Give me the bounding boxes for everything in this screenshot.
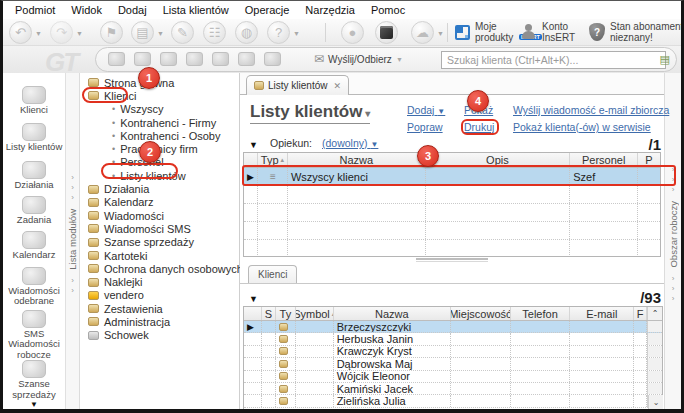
tree-item-szanse-sprzedazy[interactable]: Szanse sprzedaży [80,236,239,249]
tree-item-kontrahenci-firmy[interactable]: •Kontrahenci - Firmy [80,116,239,129]
tree-item-wiadomosci-sms[interactable]: Wiadomości SMS [80,222,239,235]
moje-produkty-button[interactable]: Moje produkty [455,21,523,43]
sidebar-item-kalendarz[interactable]: Kalendarz [3,231,65,266]
cell-ty [276,321,296,332]
sidebar-item-dzialania[interactable]: Działania [3,161,65,196]
menu-operacje[interactable]: Operacje [237,4,298,16]
menu-widok[interactable]: Widok [63,4,110,16]
menu-podmiot[interactable]: Podmiot [7,4,63,16]
tree-item-ochrona-danych[interactable]: Ochrona danych osobowych [80,262,239,275]
pokaz-w-serwisie-link[interactable]: Pokaż klienta(-ów) w serwisie [513,121,651,133]
title-dropdown-icon[interactable]: ▾ [362,108,370,119]
tree-item-wszyscy[interactable]: •Wszyscy [80,103,239,116]
tab-klienci[interactable]: Klienci [248,265,297,283]
client-row[interactable]: ▶Brzęczyszczyki [244,321,662,333]
vendero-icon [88,291,99,300]
edit-button[interactable]: ✎ [171,21,194,44]
new-document-dropdown-icon[interactable]: ▼ [157,30,164,37]
menu-narzedzia[interactable]: Narzędzia [297,4,363,16]
person-add-icon[interactable] [160,52,177,66]
tree-item-wiadomosci[interactable]: Wiadomości [80,209,239,222]
tree-item-kontrahenci-osoby[interactable]: •Kontrahenci - Osoby [80,129,239,142]
list-view-icon[interactable]: ▤ [660,53,670,66]
col-nazwa[interactable]: Nazwa [334,307,451,320]
dodaj-link[interactable]: Dodaj ▼ [407,104,445,116]
wyslij-odbierz-button[interactable]: ✉ Wyślij/Odbierz ▼ [314,52,403,66]
modules-strip[interactable]: › › › Lista modułów › › [66,73,80,409]
filter-collapse-icon[interactable]: ▼ [249,140,258,150]
sidebar-item-klienci[interactable]: Klienci [3,86,65,123]
col-email[interactable]: E-mail [570,307,634,320]
sidebar-item-szanse-sprzedazy[interactable]: Szanse sprzedaży [3,360,65,400]
cell-f [634,395,647,406]
note-icon[interactable] [212,52,229,66]
col-s[interactable]: S [262,307,276,320]
menu-pomoc[interactable]: Pomoc [363,4,413,16]
tree-item-vendero[interactable]: vendero [80,289,239,302]
back-button[interactable]: ↶ [9,21,32,44]
splitter-handle[interactable] [416,258,488,262]
sidebar-item-wiadomosci-odebrane[interactable]: Wiadomości odebrane [3,267,65,310]
cell-email [570,371,634,382]
col-miejscowosc[interactable]: Miejscowość [451,307,511,320]
popraw-link[interactable]: Popraw [407,121,443,133]
opiekun-value-link[interactable]: (dowolny) ▼ [322,137,378,149]
tree-item-kartoteki[interactable]: Kartoteki [80,249,239,262]
eraser-icon[interactable] [264,52,281,66]
email-zbiorcza-link[interactable]: Wyślij wiadomość e-mail zbiorcza [513,104,669,116]
stan-abonamentu-button[interactable]: ? Stan abonamentu nieznany! [589,21,684,43]
tree-item-zestawienia[interactable]: Zestawienia [80,302,239,315]
client-row[interactable]: Herbuska Janin [244,333,662,345]
client-row[interactable]: Kamiński Jacek [244,383,662,395]
cell-ty [276,346,296,357]
globe-button[interactable]: ◍ [235,21,258,44]
sidebar-more-icon[interactable]: ▼ [30,400,38,409]
tree-item-schowek[interactable]: Schowek [80,329,239,342]
help-dropdown-icon[interactable]: ▼ [293,30,300,37]
sidebar-item-sms-robocze[interactable]: SMS Wiadomości robocze [3,310,65,361]
back-dropdown-icon[interactable]: ▼ [35,30,42,37]
mail-icon[interactable] [186,52,203,66]
col-ty[interactable]: Ty [276,307,296,320]
menu-dodaj[interactable]: Dodaj [110,4,155,16]
annotation-outline-selected-row [242,165,676,186]
inbox-icon [22,267,46,285]
forward-dropdown-icon[interactable]: ▼ [76,30,83,37]
stamp-button[interactable]: ☷ [203,21,226,44]
toolbar-secondary: ✉ Wyślij/Odbierz ▼ Szukaj klienta (Ctrl+… [3,46,681,73]
flag-button[interactable]: ⚑ [100,21,123,44]
forward-button[interactable]: ↷ [50,21,73,44]
web-services-button[interactable]: ● [341,21,364,44]
client-row[interactable]: Zielińska Julia [244,395,662,407]
col-telefon[interactable]: Telefon [511,307,571,320]
col-f[interactable]: F [634,307,647,320]
tree-item-kalendarz[interactable]: Kalendarz [80,196,239,209]
cloud-dropdown-icon[interactable]: ▼ [437,30,444,37]
search-input[interactable]: Szukaj klienta (Ctrl+Alt+K)... [441,51,666,69]
col-symbol[interactable]: Symbol▴ [296,307,334,320]
sidebar-item-zadania[interactable]: Zadania [3,196,65,231]
client-row[interactable]: Wójcik Eleonor [244,371,662,383]
tree-item-administracja[interactable]: Administracja [80,315,239,328]
tab-listy-klientow[interactable]: Listy klientów ✕ [246,75,349,95]
sidebar-item-listy-klientow[interactable]: Listy klientów [3,123,65,160]
tree-item-dzialania[interactable]: Działania [80,182,239,195]
new-document-button[interactable]: ▤ [131,21,154,44]
link-icon[interactable] [238,52,255,66]
tree-item-naklejki[interactable]: Naklejki [80,275,239,288]
cloud-button[interactable]: ☁ [411,21,434,44]
menu-lista-klientow[interactable]: Lista klientów [155,4,237,16]
workspace-strip[interactable]: › › › Obszar roboczy › › › [664,73,681,409]
close-icon[interactable]: ✕ [333,81,341,91]
help-button[interactable]: ? [267,21,290,44]
person-icon[interactable] [134,52,151,66]
client-row[interactable]: Krawczyk Kryst [244,346,662,358]
client-row[interactable]: Dąbrowska Maj [244,358,662,370]
scroll-down-icon[interactable]: ⌄ [648,395,663,409]
chevron-right-icon: › [672,185,675,195]
konto-insert-button[interactable]: InsERT Konto InsERT [521,21,582,43]
package-button[interactable] [375,21,398,44]
scroll-up-icon[interactable]: ⌃ [647,307,662,320]
lower-filter-collapse-icon[interactable]: ▼ [249,294,258,304]
print-list-icon[interactable] [108,52,125,66]
